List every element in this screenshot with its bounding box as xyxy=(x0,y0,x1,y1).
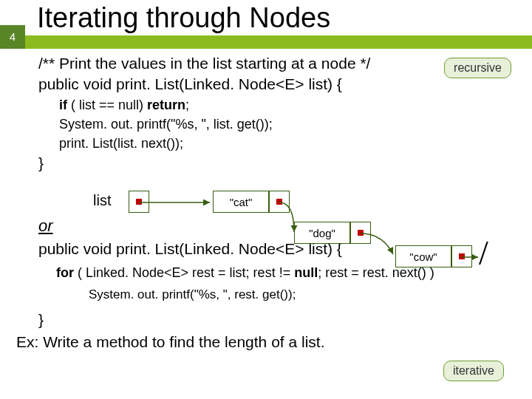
kw-if: if xyxy=(59,98,67,112)
null-slash: / xyxy=(479,233,488,273)
print2-line: System. out. printf("%s, ", rest. get())… xyxy=(38,287,505,304)
kw-return: return xyxy=(147,98,185,112)
title-bar: Iterating through Nodes 4 xyxy=(0,0,532,46)
recursive-callout: recursive xyxy=(444,58,511,78)
slide-title: Iterating through Nodes xyxy=(0,0,532,35)
method1-signature: public void print. List(Linked. Node<E> … xyxy=(38,74,505,95)
method1-body: if ( list == null) return; System. out. … xyxy=(38,95,505,153)
linked-list-diagram: list "cat" "dog" "cow" / xyxy=(0,186,532,282)
method2-close: } xyxy=(38,310,505,330)
page-number: 4 xyxy=(0,25,25,49)
printf-line: System. out. printf("%s, ", list. get())… xyxy=(59,115,505,134)
list-var-label: list xyxy=(93,192,111,209)
if-line: if ( list == null) return; xyxy=(59,95,505,115)
accent-bar: 4 xyxy=(0,35,532,49)
node-cat: "cat" xyxy=(213,191,269,213)
arrow-cat-to-dog xyxy=(279,201,309,238)
arrow-dog-to-cow xyxy=(361,232,405,262)
iterative-callout: iterative xyxy=(443,361,504,381)
method1-close: } xyxy=(38,153,505,174)
arrow-cow-to-null xyxy=(462,256,484,262)
recurse-line: print. List(list. next()); xyxy=(59,134,505,153)
exercise-line: Ex: Write a method to find the length of… xyxy=(16,332,505,352)
arrow-list-to-cat xyxy=(139,201,220,208)
doc-comment: /** Print the values in the list startin… xyxy=(38,53,505,74)
